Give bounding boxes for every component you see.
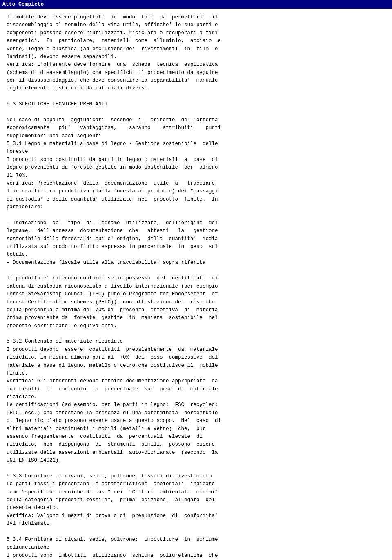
window-title: Atto Completo	[2, 1, 44, 7]
main-text: Il mobile deve essere progettato in modo…	[7, 13, 385, 560]
window-title-bar: Atto Completo	[0, 0, 392, 9]
content-area: Il mobile deve essere progettato in modo…	[0, 9, 392, 560]
